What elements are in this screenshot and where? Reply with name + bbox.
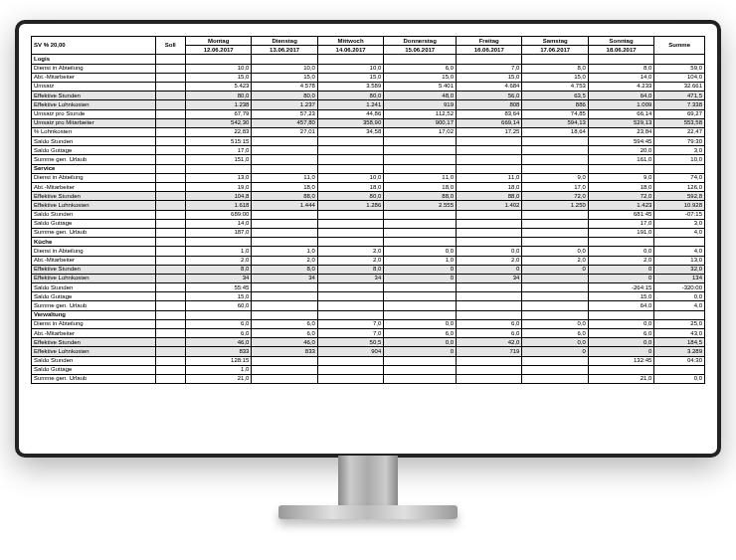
cell-day	[384, 210, 457, 219]
table-row: Effektive Stunden8,08,08,0000032,0	[32, 265, 705, 274]
cell-soll	[155, 100, 185, 109]
table-row: Effektive Lohnkosten1.6181.4441.2862.555…	[32, 201, 705, 210]
cell-soll	[155, 274, 185, 282]
cell-soll	[155, 210, 185, 219]
cell-day: 669,14	[457, 118, 522, 127]
cell-day: 5.423	[185, 82, 251, 91]
cell-soll	[155, 219, 185, 228]
row-label: Umsatz pro Mitarbeiter	[32, 118, 156, 127]
monitor-stand-neck	[338, 456, 398, 505]
table-row: Summe gen. Urlaub187,0191,04,0	[32, 228, 705, 237]
table-row: Saldo Stunden128:15132:4504:30	[32, 356, 705, 365]
cell-day	[522, 274, 588, 282]
day-freitag: Freitag	[457, 37, 522, 46]
cell-day	[522, 283, 588, 292]
cell-day: 1.286	[317, 201, 383, 210]
cell-soll	[155, 127, 185, 136]
cell-day	[252, 301, 317, 310]
day-dienstag: Dienstag	[252, 37, 317, 46]
table-row: Umsatz5.4234.5783.5895.4014.6844.7534.23…	[32, 82, 705, 91]
cell-soll	[155, 228, 185, 237]
row-label: Saldo Guttage	[32, 146, 156, 155]
cell-day: 74,85	[522, 109, 588, 118]
cell-day	[252, 356, 317, 365]
cell-day: 0	[588, 265, 653, 274]
cell-day: 132:45	[588, 356, 653, 365]
cell-soll	[155, 92, 185, 100]
section-header: Service	[32, 164, 705, 173]
cell-day: 17,0	[522, 183, 588, 192]
date-3: 15.06.2017	[384, 46, 457, 55]
cell-day	[457, 137, 522, 146]
cell-day	[317, 365, 383, 374]
cell-day: 681:45	[588, 210, 653, 219]
cell-day: 20,0	[588, 146, 653, 155]
cell-day: 56,0	[457, 92, 522, 100]
cell-day: 808	[457, 100, 522, 109]
cell-day: 0	[384, 274, 457, 282]
cell-day	[252, 292, 317, 301]
cell-day: 55:45	[185, 283, 251, 292]
table-row: Abt.-Mitarbeiter6,06,07,06,06,06,06,043,…	[32, 329, 705, 338]
cell-day: 44,86	[317, 109, 383, 118]
cell-day: 18,0	[252, 183, 317, 192]
cell-soll	[155, 374, 185, 383]
cell-day: 18,0	[457, 183, 522, 192]
table-row: Summe gen. Urlaub60,064,04,0	[32, 301, 705, 310]
cell-day: 1,0	[252, 247, 317, 256]
cell-day: 542,30	[185, 118, 251, 127]
cell-day	[252, 365, 317, 374]
cell-day	[317, 292, 383, 301]
cell-day: 104,8	[185, 192, 251, 201]
monitor-stand-base	[278, 505, 458, 519]
cell-day: 1.423	[588, 201, 653, 210]
cell-sum: 104,0	[654, 73, 705, 82]
cell-soll	[155, 319, 185, 328]
cell-day: 50,5	[317, 338, 383, 347]
cell-sum: 25,0	[654, 319, 705, 328]
cell-day: 0,0	[522, 247, 588, 256]
soll-header: Soll	[155, 37, 185, 55]
row-label: Summe gen. Urlaub	[32, 374, 156, 383]
cell-day	[457, 374, 522, 383]
cell-soll	[155, 118, 185, 127]
cell-day: 719	[457, 347, 522, 356]
cell-day	[522, 137, 588, 146]
table-row: Saldo Guttage1,0	[32, 365, 705, 374]
cell-soll	[155, 146, 185, 155]
cell-day	[457, 356, 522, 365]
cell-day: 0,0	[522, 319, 588, 328]
cell-day: 1.402	[457, 201, 522, 210]
table-row: Umsatz pro Mitarbeiter542,30457,80358,90…	[32, 118, 705, 127]
cell-day	[457, 146, 522, 155]
cell-sum: 3,0	[654, 146, 705, 155]
cell-day: 27,01	[252, 127, 317, 136]
cell-sum: 32,0	[654, 265, 705, 274]
table-body: LogisDienst in Abteilung10,010,010,06,07…	[32, 55, 705, 384]
cell-day	[317, 374, 383, 383]
cell-day	[457, 365, 522, 374]
cell-day: 594:45	[588, 137, 653, 146]
cell-day: 0	[457, 265, 522, 274]
cell-day: 161,0	[588, 155, 653, 164]
date-2: 14.06.2017	[317, 46, 383, 55]
cell-day: 6,0	[457, 319, 522, 328]
cell-day: 80,0	[317, 92, 383, 100]
cell-day: 594,13	[522, 118, 588, 127]
cell-day: 4.233	[588, 82, 653, 91]
cell-day: 0	[384, 347, 457, 356]
table-row: % Lohnkosten22,8327,0134,5817,0217,2518,…	[32, 127, 705, 136]
cell-day: 1.444	[252, 201, 317, 210]
row-label: Saldo Stunden	[32, 356, 156, 365]
cell-day	[252, 283, 317, 292]
cell-day	[522, 356, 588, 365]
section-name: Logis	[32, 55, 156, 64]
cell-day: 0	[522, 347, 588, 356]
table-row: Abt.-Mitarbeiter2,02,02,01,02,02,02,013,…	[32, 256, 705, 265]
cell-day: 34	[457, 274, 522, 282]
cell-sum: 59,0	[654, 64, 705, 73]
cell-day: 17,02	[384, 127, 457, 136]
cell-day: 34,58	[317, 127, 383, 136]
cell-day: 15,0	[588, 292, 653, 301]
cell-day: 112,52	[384, 109, 457, 118]
